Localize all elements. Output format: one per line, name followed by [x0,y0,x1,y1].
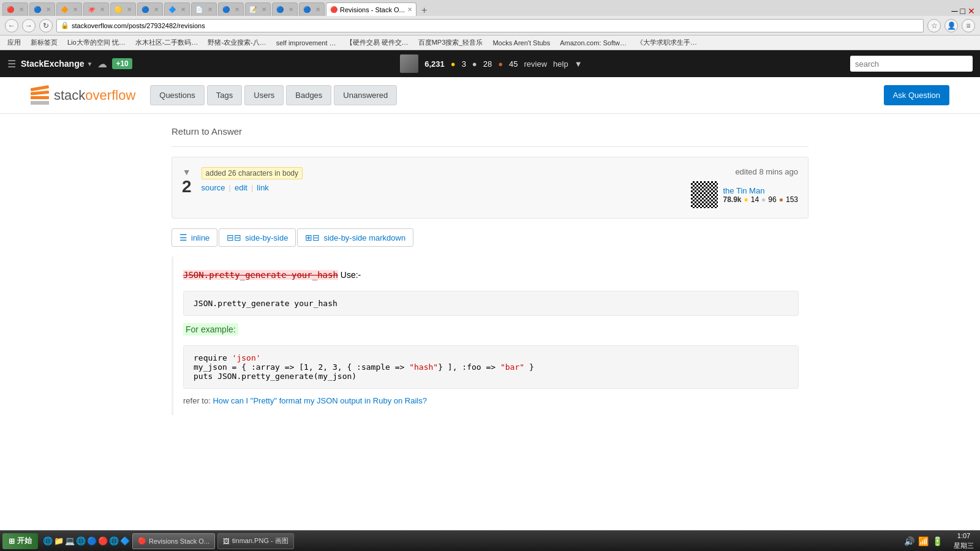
bookmark-selfimprove[interactable]: self improvement … [273,38,340,48]
users-button[interactable]: Users [244,85,284,105]
bookmark-amazon[interactable]: Amazon.com: Softw… [556,38,630,48]
code-string-hash: "hash" [409,362,438,372]
code-block-added: JSON.pretty_generate your_hash [183,291,799,316]
tab-close-9[interactable]: ✕ [235,6,239,13]
header-right [850,56,973,72]
tab-close-3[interactable]: ✕ [73,6,78,13]
tab-favicon-9: 🔵 [222,6,230,13]
link-link[interactable]: link [257,183,269,192]
close-button[interactable]: ✕ [968,6,975,16]
badges-button[interactable]: Badges [286,85,331,105]
bookmark-newtab[interactable]: 新标签页 [27,37,61,48]
browser-tab-5[interactable]: 🟡✕ [110,2,136,16]
user-avatar[interactable] [400,54,418,73]
tab-close-12[interactable]: ✕ [315,6,320,13]
browser-tab-6[interactable]: 🔵✕ [137,2,163,16]
tab-favicon-12: 🔵 [303,6,311,13]
forward-button[interactable]: → [22,19,36,32]
edit-link[interactable]: edit [235,183,247,192]
tab-close-10[interactable]: ✕ [262,6,266,13]
tab-close-8[interactable]: ✕ [208,6,213,13]
side-by-side-md-tab[interactable]: ⊞⊟ side-by-side markdown [297,228,413,247]
header-left: ☰ StackExchange ▼ ☁ +10 [7,58,132,70]
review-link[interactable]: review [524,59,548,69]
tab-close-1[interactable]: ✕ [19,6,24,13]
return-to-answer-link[interactable]: Return to Answer [172,126,809,147]
inline-tab-label: inline [191,233,209,242]
minimize-button[interactable]: ─ [952,6,958,16]
side-by-side-tab[interactable]: ⊟⊟ side-by-side [219,228,296,247]
browser-tab-3[interactable]: 🔶✕ [56,2,82,16]
se-logo[interactable]: StackExchange ▼ [21,59,92,69]
tab-close-11[interactable]: ✕ [288,6,293,13]
bookmark-apps[interactable]: 应用 [4,37,24,48]
menu-button[interactable]: ≡ [962,19,975,32]
so-site-header: ☰ StackExchange ▼ ☁ +10 6,231 ● 3 ● 28 ●… [0,50,980,77]
browser-tab-7[interactable]: 🔷✕ [164,2,190,16]
star-button[interactable]: ☆ [927,19,941,32]
bookmark-yezhu[interactable]: 野猪-农业搜索-八… [204,37,270,48]
tab-close-5[interactable]: ✕ [127,6,132,13]
url-input[interactable] [72,22,919,29]
editor-name[interactable]: the Tin Man [723,186,798,195]
browser-window: 🔴✕ 🔵✕ 🔶✕ 🐙✕ 🟡✕ 🔵✕ 🔷✕ 📄✕ 🔵✕ 📝✕ 🔵✕ 🔵✕ 🔴Rev… [0,0,980,427]
bookmark-daxue[interactable]: 《大学求职求生手… [633,37,701,48]
help-link[interactable]: help [553,59,568,69]
new-tab-button[interactable]: + [418,5,431,16]
achievement-badge[interactable]: +10 [112,58,132,69]
browser-tab-active[interactable]: 🔴Revisions - Stack O...✕ [326,2,417,16]
code-line-require: require 'json' [194,353,788,362]
so-logo-text: stackoverflow [54,88,135,103]
inbox-icon[interactable]: ☁ [97,58,107,70]
search-input[interactable] [850,56,973,72]
diff-deleted-line: JSON.pretty_generate your_hash Use:- [183,266,799,283]
bookmark-baidu-mp3[interactable]: 百度MP3搜索_轻音乐 [415,37,487,48]
questions-button[interactable]: Questions [150,85,205,105]
avatar-image [400,54,418,73]
maximize-button[interactable]: □ [960,6,965,16]
tab-close-6[interactable]: ✕ [154,6,159,13]
revision-card: ▼ 2 added 26 characters in body source |… [172,157,809,219]
unanswered-button[interactable]: Unanswered [334,85,397,105]
tags-button[interactable]: Tags [207,85,242,105]
deleted-text: JSON.pretty_generate your_hash [183,270,338,280]
user-reputation: 6,231 [424,59,445,69]
so-logo[interactable]: stackoverflow [31,86,135,105]
tab-favicon-10: 📝 [249,6,257,13]
browser-tab-4[interactable]: 🐙✕ [83,2,109,16]
address-bar[interactable]: 🔒 [56,19,924,32]
bookmark-hardware[interactable]: 【硬件交易 硬件交… [342,37,412,48]
browser-tab-1[interactable]: 🔴✕ [2,2,28,16]
back-button[interactable]: ← [5,19,18,32]
bookmark-lio[interactable]: Lio大帝的空间 忧… [64,37,129,48]
tab-close-7[interactable]: ✕ [181,6,186,13]
user-qr-avatar [691,181,718,208]
bookmark-shuimu[interactable]: 水木社区-二手数码… [132,37,202,48]
bookmark-mocks[interactable]: Mocks Aren't Stubs [489,38,554,48]
browser-tab-12[interactable]: 🔵✕ [299,2,325,16]
browser-tab-9[interactable]: 🔵✕ [218,2,244,16]
editor-silver-count: 96 [768,195,776,204]
tab-close-2[interactable]: ✕ [46,6,51,13]
revision-header: ▼ 2 added 26 characters in body source |… [182,167,798,208]
tab-favicon-11: 🔵 [276,6,284,13]
source-link[interactable]: source [202,183,225,192]
refresh-button[interactable]: ↻ [39,19,53,32]
tab-close-4[interactable]: ✕ [100,6,105,13]
lock-icon: 🔒 [61,21,69,29]
browser-tab-2[interactable]: 🔵✕ [29,2,55,16]
browser-tab-8[interactable]: 📄✕ [191,2,217,16]
refer-to-prefix: refer to: [183,396,213,405]
hamburger-icon[interactable]: ☰ [7,58,16,70]
so-nav-bar: stackoverflow Questions Tags Users Badge… [0,77,980,114]
browser-tab-10[interactable]: 📝✕ [245,2,271,16]
ask-question-button[interactable]: Ask Question [884,85,949,105]
editor-bronze-count: 153 [786,195,798,204]
refer-link[interactable]: How can I "Pretty" format my JSON output… [213,396,427,405]
tab-favicon-3: 🔶 [61,6,68,13]
browser-tab-11[interactable]: 🔵✕ [272,2,298,16]
tab-close-active[interactable]: ✕ [407,6,412,13]
user-profile-button[interactable]: 👤 [944,19,958,32]
for-example-label: For example: [183,323,238,335]
inline-tab[interactable]: ☰ inline [172,228,217,247]
